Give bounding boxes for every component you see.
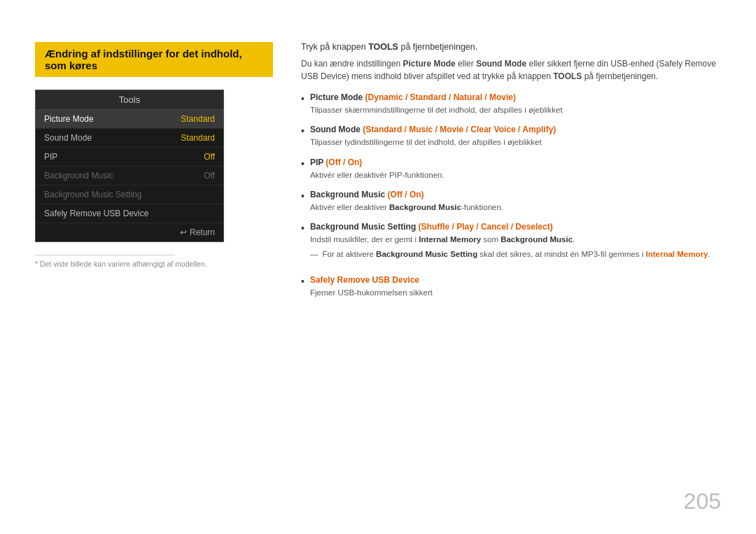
bullet-picture-mode: • Picture Mode (Dynamic / Standard / Nat… <box>301 91 721 116</box>
bullet-dot-5: • <box>301 221 304 236</box>
bullet-list: • Picture Mode (Dynamic / Standard / Nat… <box>301 91 721 299</box>
tools-row-picture-mode[interactable]: Picture Mode Standard <box>36 110 223 129</box>
bullet-background-music: • Background Music (Off / On) Aktivér el… <box>301 188 721 213</box>
return-icon: ↩ <box>180 227 187 237</box>
bullet-dot-2: • <box>301 124 304 139</box>
bg-music-setting-em-bold: Background Music Setting <box>376 250 477 258</box>
picture-mode-subtext: Tilpasser skærmmindstillingerne til det … <box>310 104 721 116</box>
tools-row-sound-mode[interactable]: Sound Mode Standard <box>36 129 223 148</box>
bg-music-ref: Background Music <box>500 235 573 244</box>
pip-value: Off <box>204 152 215 162</box>
safely-remove-subtext: Fjerner USB-hukommelsen sikkert <box>310 287 721 299</box>
tools-panel: Tools Picture Mode Standard Sound Mode S… <box>35 90 224 242</box>
bullet-pip: • PIP (Off / On) Aktivér eller deaktivér… <box>301 156 721 181</box>
right-section: Tryk på knappen TOOLS på fjernbetjeninge… <box>301 42 721 506</box>
bullet-title-picture-mode: Picture Mode (Dynamic / Standard / Natur… <box>310 91 721 104</box>
safely-remove-title: Safely Remove USB Device <box>310 275 419 285</box>
page-container: Ændring af indstillinger for det indhold… <box>0 0 756 534</box>
em-dash-note: — For at aktivere Background Music Setti… <box>310 248 721 260</box>
bg-music-subtext-bold: Background Music <box>389 203 461 211</box>
bg-music-title: Background Music <box>310 190 385 199</box>
bullet-content-6: Safely Remove USB Device Fjerner USB-huk… <box>310 274 721 299</box>
tools-row-background-music-setting: Background Music Setting <box>36 185 223 204</box>
bullet-title-bg-music-setting: Background Music Setting (Shuffle / Play… <box>310 220 721 233</box>
footnote-divider <box>35 255 175 255</box>
bullet-dot-1: • <box>301 92 304 106</box>
picture-mode-ref: Picture Mode <box>402 59 455 69</box>
bullet-sound-mode: • Sound Mode (Standard / Music / Movie /… <box>301 123 721 148</box>
page-number: 205 <box>684 489 721 514</box>
sound-mode-subtext: Tilpasser lydindstillingerne til det ind… <box>310 136 721 148</box>
bullet-content-2: Sound Mode (Standard / Music / Movie / C… <box>310 123 721 148</box>
bullet-dot-6: • <box>301 274 304 289</box>
internal-memory-em: Internal Memory <box>645 250 708 258</box>
bullet-title-bg-music: Background Music (Off / On) <box>310 188 721 201</box>
bullet-title-sound-mode: Sound Mode (Standard / Music / Movie / C… <box>310 123 721 136</box>
tools-header: Tools <box>36 90 223 110</box>
picture-mode-label: Picture Mode <box>44 114 94 124</box>
bullet-background-music-setting: • Background Music Setting (Shuffle / Pl… <box>301 220 721 267</box>
tools-row-pip[interactable]: PIP Off <box>36 148 223 167</box>
bullet-dot-3: • <box>301 157 304 171</box>
footnote: * Det viste billede kan variere afhængig… <box>35 260 273 268</box>
bullet-content-3: PIP (Off / On) Aktivér eller deaktivér P… <box>310 156 721 181</box>
tools-footer: ↩ Return <box>36 223 223 241</box>
bullet-title-pip: PIP (Off / On) <box>310 156 721 169</box>
sound-mode-options: (Standard / Music / Movie / Clear Voice … <box>360 125 556 134</box>
bullet-dot-4: • <box>301 189 304 204</box>
picture-mode-title: Picture Mode <box>310 92 363 102</box>
em-dash-text: For at aktivere Background Music Setting… <box>322 248 710 260</box>
main-heading: Ændring af indstillinger for det indhold… <box>35 42 273 77</box>
bullet-title-safely-remove: Safely Remove USB Device <box>310 274 721 286</box>
internal-memory-ref: Internal Memory <box>419 235 481 244</box>
intro-description: Du kan ændre indstillingen Picture Mode … <box>301 57 721 83</box>
bullet-content-4: Background Music (Off / On) Aktivér elle… <box>310 188 721 213</box>
bg-music-subtext: Aktivér eller deaktiver Background Music… <box>310 202 721 213</box>
picture-mode-options: (Dynamic / Standard / Natural / Movie) <box>363 92 516 102</box>
bullet-safely-remove: • Safely Remove USB Device Fjerner USB-h… <box>301 274 721 299</box>
bg-music-setting-title: Background Music Setting <box>310 222 416 232</box>
bullet-content-1: Picture Mode (Dynamic / Standard / Natur… <box>310 91 721 116</box>
sound-mode-label: Sound Mode <box>44 133 92 143</box>
sound-mode-value: Standard <box>181 133 215 143</box>
pip-subtext: Aktivér eller deaktivér PIP-funktionen. <box>310 169 721 181</box>
pip-label: PIP <box>44 152 57 162</box>
bg-music-options: (Off / On) <box>385 190 424 199</box>
background-music-value: Off <box>204 171 215 181</box>
pip-options: (Off / On) <box>323 157 362 167</box>
pip-title: PIP <box>310 157 323 167</box>
tools-row-safely-remove[interactable]: Safely Remove USB Device <box>36 204 223 223</box>
em-dash-symbol: — <box>310 248 318 260</box>
safely-remove-label: Safely Remove USB Device <box>44 209 148 218</box>
tools-bold-2: TOOLS <box>553 71 582 81</box>
picture-mode-value: Standard <box>181 114 215 124</box>
sound-mode-title: Sound Mode <box>310 125 360 134</box>
left-section: Ændring af indstillinger for det indhold… <box>35 42 273 506</box>
bg-music-setting-subtext: Indstil musikfiler, der er gemt i Intern… <box>310 234 721 246</box>
return-label: Return <box>190 227 215 237</box>
background-music-label: Background Music <box>44 171 113 181</box>
bullet-content-5: Background Music Setting (Shuffle / Play… <box>310 220 721 267</box>
bg-music-setting-options: (Shuffle / Play / Cancel / Deselect) <box>416 222 552 232</box>
intro-line-1: Tryk på knappen TOOLS på fjernbetjeninge… <box>301 42 721 52</box>
sound-mode-ref: Sound Mode <box>476 59 526 69</box>
tools-bold-1: TOOLS <box>368 42 398 52</box>
tools-row-background-music: Background Music Off <box>36 167 223 185</box>
background-music-setting-label: Background Music Setting <box>44 190 141 199</box>
